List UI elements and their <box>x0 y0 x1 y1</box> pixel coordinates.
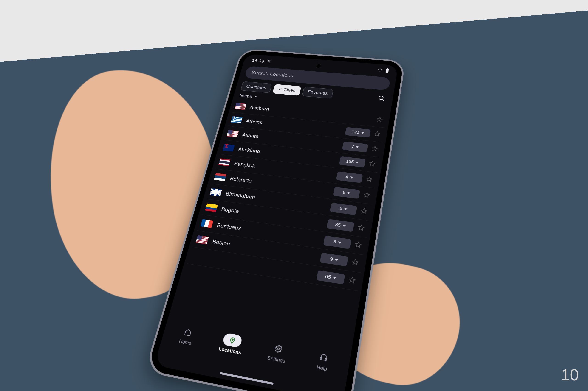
favorite-star-icon[interactable] <box>368 160 377 168</box>
server-count-pill[interactable]: 6 <box>323 236 351 249</box>
server-count-pill[interactable]: 6 <box>333 187 360 199</box>
svg-point-3 <box>232 339 233 341</box>
chevron-down-icon <box>338 241 342 244</box>
svg-rect-1 <box>387 68 388 69</box>
status-time: 14:39 <box>251 58 265 64</box>
chip-countries[interactable]: Countries <box>241 81 272 93</box>
favorite-star-icon[interactable] <box>357 224 366 232</box>
nav-settings[interactable]: Settings <box>266 341 289 364</box>
chevron-down-icon <box>335 259 338 261</box>
flag-icon <box>205 203 218 212</box>
nav-home-label: Home <box>178 338 192 346</box>
server-count: 65 <box>324 274 331 280</box>
chevron-down-icon <box>356 161 359 163</box>
search-placeholder: Search Locations <box>251 70 294 79</box>
chip-countries-label: Countries <box>246 84 267 91</box>
server-count-pill[interactable]: 9 <box>320 253 348 266</box>
nav-home[interactable]: Home <box>176 324 198 346</box>
nav-help[interactable]: Help <box>312 349 334 373</box>
favorite-star-icon[interactable] <box>373 131 382 138</box>
server-count: 7 <box>351 144 355 149</box>
watermark: 10 <box>561 366 579 384</box>
search-icon <box>377 95 386 102</box>
svg-rect-5 <box>320 357 322 359</box>
location-pin-icon <box>228 336 237 344</box>
flag-icon <box>227 130 239 137</box>
favorite-star-icon[interactable] <box>363 192 372 199</box>
favorite-star-icon[interactable] <box>376 116 385 123</box>
svg-point-4 <box>278 348 280 350</box>
server-count-pill[interactable]: 7 <box>342 142 368 153</box>
favorite-star-icon[interactable] <box>354 241 363 249</box>
chevron-down-icon <box>361 132 364 134</box>
server-count-pill[interactable]: 35 <box>326 219 354 232</box>
gear-icon <box>274 344 283 353</box>
status-app-icon <box>266 59 272 64</box>
server-count: 4 <box>345 174 349 180</box>
server-count: 5 <box>339 206 343 211</box>
flag-icon <box>231 116 243 124</box>
flag-icon <box>235 103 246 110</box>
flag-icon <box>214 173 226 181</box>
favorite-star-icon[interactable] <box>348 276 358 286</box>
nav-locations-label: Locations <box>218 346 242 356</box>
server-count: 6 <box>333 239 337 245</box>
chevron-down-icon <box>356 146 359 148</box>
chevron-down-icon <box>344 208 347 210</box>
server-count-pill[interactable]: 121 <box>345 127 371 138</box>
flag-icon <box>191 252 204 261</box>
server-count-pill[interactable]: 4 <box>336 171 363 183</box>
sort-label: Name <box>239 93 253 99</box>
flag-icon <box>218 158 231 166</box>
headset-icon <box>319 353 328 362</box>
server-count-pill[interactable]: 65 <box>316 270 345 285</box>
nav-settings-label: Settings <box>267 355 286 364</box>
favorite-star-icon[interactable] <box>371 145 379 153</box>
chip-favorites[interactable]: Favorites <box>302 87 334 99</box>
server-count-pill[interactable]: 135 <box>339 156 366 168</box>
search-icon-button[interactable] <box>375 94 388 103</box>
svg-rect-0 <box>386 69 389 73</box>
check-icon <box>278 88 282 91</box>
flag-icon <box>200 219 213 228</box>
server-count: 135 <box>345 159 354 165</box>
chevron-down-icon <box>342 225 346 227</box>
svg-rect-6 <box>325 358 327 360</box>
flag-icon <box>223 144 235 152</box>
server-count: 35 <box>335 222 341 228</box>
favorite-star-icon[interactable] <box>360 208 369 216</box>
nav-help-label: Help <box>316 364 327 372</box>
battery-icon <box>385 68 389 74</box>
wifi-icon <box>377 68 383 74</box>
server-count: 121 <box>351 129 360 135</box>
home-icon <box>183 328 192 336</box>
nav-locations[interactable]: Locations <box>218 332 245 356</box>
server-count: 6 <box>342 190 346 195</box>
city-list[interactable]: AshburnAthens121Atlanta7Auckland135Bangk… <box>184 99 390 292</box>
favorite-star-icon[interactable] <box>351 258 361 267</box>
chip-favorites-label: Favorites <box>307 90 328 96</box>
svg-point-2 <box>379 96 384 100</box>
chevron-down-icon <box>350 177 353 179</box>
chevron-down-icon <box>333 277 336 279</box>
sort-arrow-up-icon <box>254 95 258 99</box>
server-count-pill[interactable]: 5 <box>330 203 357 215</box>
chip-cities-label: Cities <box>283 87 296 93</box>
chevron-down-icon <box>347 192 350 194</box>
flag-icon <box>196 235 209 244</box>
flag-icon <box>209 188 222 196</box>
favorite-star-icon[interactable] <box>366 176 374 183</box>
server-count: 9 <box>329 256 333 262</box>
chip-cities[interactable]: Cities <box>272 84 301 96</box>
